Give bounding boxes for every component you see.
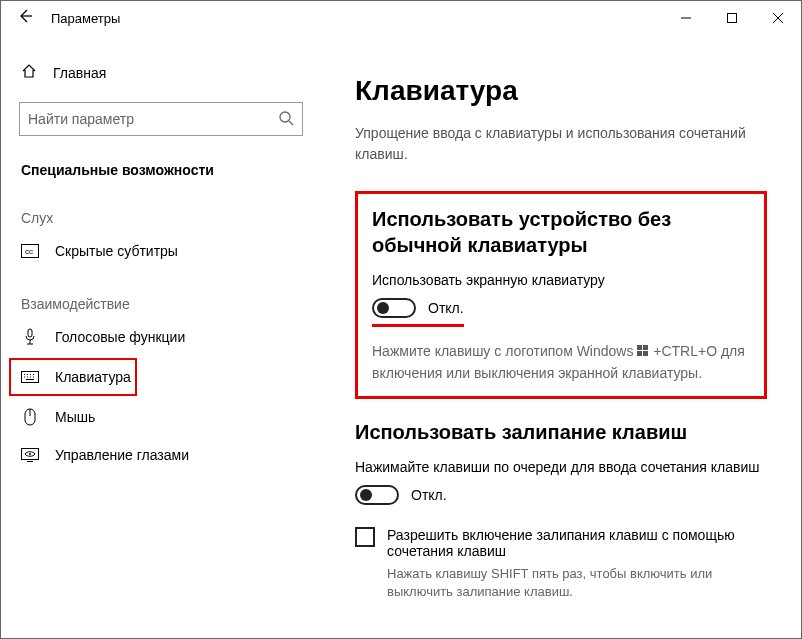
- svg-rect-8: [28, 329, 32, 337]
- sidebar-item-speech[interactable]: Голосовые функции: [1, 318, 321, 356]
- search-placeholder: Найти параметр: [28, 111, 134, 127]
- sidebar-item-mouse[interactable]: Мышь: [1, 398, 321, 436]
- sidebar-item-captions[interactable]: cc Скрытые субтитры: [1, 232, 321, 270]
- minimize-button[interactable]: [663, 1, 709, 35]
- nav-home[interactable]: Главная: [1, 55, 321, 90]
- home-icon: [21, 63, 37, 82]
- titlebar: Параметры: [1, 1, 801, 35]
- osk-toggle-label: Использовать экранную клавиатуру: [372, 272, 750, 288]
- group-hearing: Слух: [1, 184, 321, 232]
- svg-rect-26: [637, 351, 642, 356]
- nav-home-label: Главная: [53, 65, 106, 81]
- microphone-icon: [21, 328, 39, 346]
- svg-rect-24: [637, 345, 642, 350]
- sticky-toggle-label: Нажимайте клавиши по очереди для ввода с…: [355, 459, 767, 475]
- content-area: Клавиатура Упрощение ввода с клавиатуры …: [321, 35, 801, 638]
- svg-line-5: [289, 121, 293, 125]
- group-interaction: Взаимодействие: [1, 270, 321, 318]
- sticky-hint: Нажать клавишу SHIFT пять раз, чтобы вкл…: [387, 565, 767, 601]
- sticky-toggle-state: Откл.: [411, 487, 447, 503]
- osk-hint: Нажмите клавишу с логотипом Windows +CTR…: [372, 341, 750, 384]
- sticky-shortcut-checkbox[interactable]: [355, 527, 375, 547]
- svg-point-4: [280, 112, 290, 122]
- osk-toggle-state: Откл.: [428, 300, 464, 316]
- svg-point-22: [29, 453, 31, 455]
- svg-rect-27: [643, 351, 648, 356]
- window-title: Параметры: [51, 11, 120, 26]
- svg-rect-25: [643, 345, 648, 350]
- sidebar-item-keyboard[interactable]: Клавиатура: [11, 360, 135, 394]
- sidebar-section-header: Специальные возможности: [1, 154, 321, 184]
- sticky-heading: Использовать залипание клавиш: [355, 419, 767, 445]
- sidebar-item-label: Мышь: [55, 409, 95, 425]
- sidebar-item-label: Клавиатура: [55, 369, 131, 385]
- maximize-button[interactable]: [709, 1, 755, 35]
- sidebar-item-eye-control[interactable]: Управление глазами: [1, 436, 321, 474]
- keyboard-icon: [21, 368, 39, 386]
- captions-icon: cc: [21, 242, 39, 260]
- osk-heading: Использовать устройство без обычной клав…: [372, 206, 750, 258]
- close-button[interactable]: [755, 1, 801, 35]
- osk-section-highlight: Использовать устройство без обычной клав…: [355, 191, 767, 399]
- sidebar-item-label: Управление глазами: [55, 447, 189, 463]
- windows-logo-icon: [637, 342, 649, 363]
- search-input[interactable]: Найти параметр: [19, 102, 303, 136]
- svg-text:cc: cc: [25, 247, 33, 256]
- sticky-toggle[interactable]: [355, 485, 399, 505]
- mouse-icon: [21, 408, 39, 426]
- back-button[interactable]: [17, 8, 33, 28]
- eye-control-icon: [21, 446, 39, 464]
- page-subtitle: Упрощение ввода с клавиатуры и использов…: [355, 123, 767, 165]
- search-icon: [278, 110, 294, 129]
- sidebar-item-label: Скрытые субтитры: [55, 243, 178, 259]
- sticky-checkbox-label: Разрешить включение залипания клавиш с п…: [387, 527, 767, 559]
- sidebar-item-label: Голосовые функции: [55, 329, 185, 345]
- sidebar: Главная Найти параметр Специальные возмо…: [1, 35, 321, 638]
- svg-rect-1: [728, 14, 737, 23]
- osk-toggle[interactable]: [372, 298, 416, 318]
- page-title: Клавиатура: [355, 75, 767, 107]
